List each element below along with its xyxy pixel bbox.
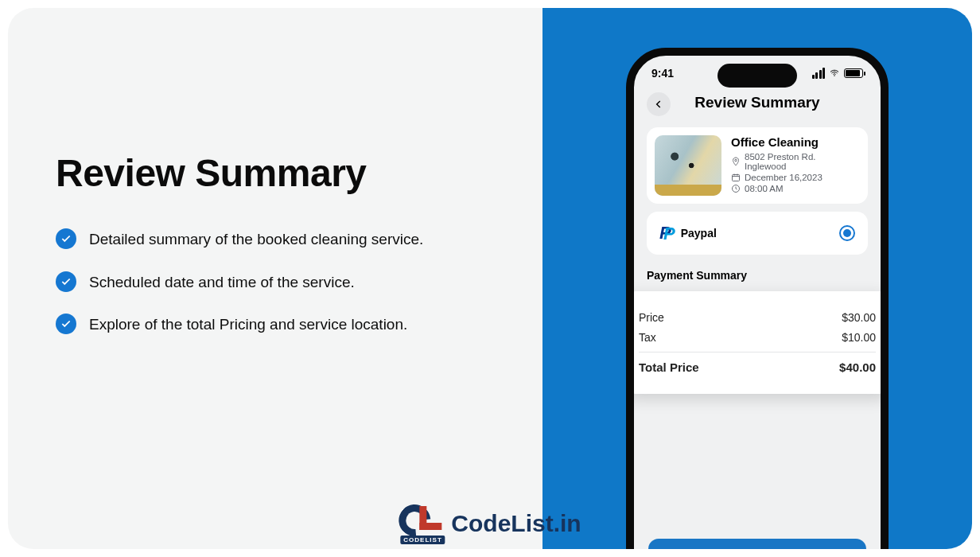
brand-logo-icon: CODELIST <box>399 504 445 543</box>
feature-slide: Review Summary Detailed summary of the b… <box>8 8 972 549</box>
phone-preview-panel: 9:41 Review Summary Office Cleaning <box>542 8 972 549</box>
phone-status-bar: 9:41 <box>634 56 881 80</box>
service-address: 8502 Preston Rd. Inglewood <box>731 152 860 171</box>
svg-rect-2 <box>733 175 740 181</box>
chevron-left-icon <box>653 99 664 110</box>
check-icon <box>56 314 76 334</box>
service-time: 08:00 AM <box>731 184 860 193</box>
calendar-icon <box>731 173 741 182</box>
phone-mockup: 9:41 Review Summary Office Cleaning <box>626 48 889 549</box>
battery-icon <box>844 68 863 78</box>
pay-now-button[interactable]: Pay Now <box>648 539 866 549</box>
payment-summary-card: Price $30.00 Tax $10.00 Total Price $40.… <box>626 291 889 394</box>
feature-description: Review Summary Detailed summary of the b… <box>8 8 542 549</box>
summary-row-tax: Tax $10.00 <box>639 331 876 344</box>
service-card[interactable]: Office Cleaning 8502 Preston Rd. Inglewo… <box>647 127 868 204</box>
bullet-text: Detailed summary of the booked cleaning … <box>89 228 423 251</box>
service-info: Office Cleaning 8502 Preston Rd. Inglewo… <box>731 135 860 193</box>
service-date: December 16,2023 <box>731 173 860 182</box>
feature-bullet: Detailed summary of the booked cleaning … <box>56 228 438 251</box>
feature-bullet: Scheduled date and time of the service. <box>56 271 438 294</box>
brand-watermark: CODELIST CodeList.in <box>399 504 581 543</box>
bullet-text: Scheduled date and time of the service. <box>89 271 355 294</box>
signal-icon <box>812 68 826 79</box>
status-time: 9:41 <box>651 67 674 80</box>
feature-title: Review Summary <box>56 151 495 195</box>
payment-summary-title: Payment Summary <box>634 261 881 288</box>
payment-method-label: Paypal <box>681 227 717 240</box>
paypal-icon: P <box>659 223 671 243</box>
svg-point-0 <box>834 75 835 76</box>
service-name: Office Cleaning <box>731 135 860 149</box>
payment-method-card[interactable]: P Paypal <box>647 212 868 255</box>
service-image <box>655 135 721 196</box>
feature-bullet: Explore of the total Pricing and service… <box>56 314 438 336</box>
wifi-icon <box>828 68 841 78</box>
clock-icon <box>731 184 741 193</box>
bullet-text: Explore of the total Pricing and service… <box>89 314 407 336</box>
payment-radio-selected[interactable] <box>839 225 855 241</box>
screen-nav: Review Summary <box>634 80 881 119</box>
screen-title: Review Summary <box>694 94 819 111</box>
summary-row-price: Price $30.00 <box>639 311 876 324</box>
location-icon <box>731 157 741 166</box>
status-indicators <box>812 68 864 79</box>
brand-text: CodeList.in <box>451 510 581 537</box>
svg-point-1 <box>735 159 737 162</box>
feature-bullets: Detailed summary of the booked cleaning … <box>56 228 438 336</box>
check-icon <box>56 228 76 249</box>
summary-row-total: Total Price $40.00 <box>639 360 876 374</box>
check-icon <box>56 271 76 292</box>
back-button[interactable] <box>647 92 671 116</box>
divider <box>639 352 876 353</box>
